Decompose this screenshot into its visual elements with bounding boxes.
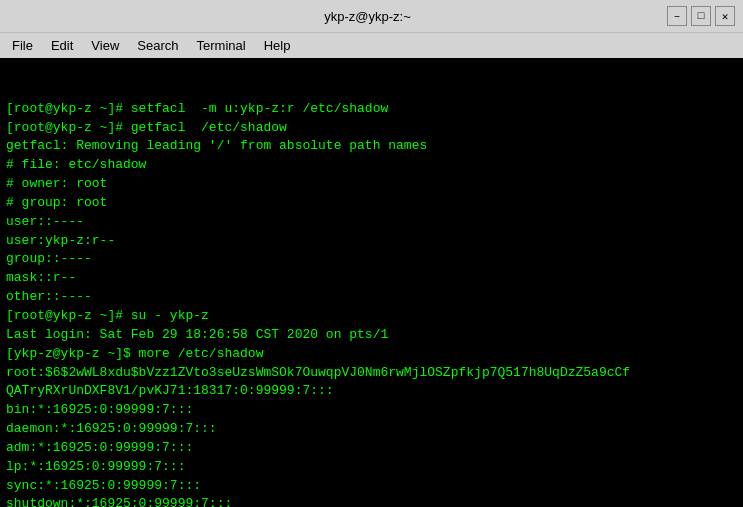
terminal-line: adm:*:16925:0:99999:7::: — [6, 439, 737, 458]
menu-bar: File Edit View Search Terminal Help — [0, 32, 743, 58]
menu-help[interactable]: Help — [256, 36, 299, 55]
menu-edit[interactable]: Edit — [43, 36, 81, 55]
terminal-line: # file: etc/shadow — [6, 156, 737, 175]
terminal-line: [root@ykp-z ~]# getfacl /etc/shadow — [6, 119, 737, 138]
terminal-line: getfacl: Removing leading '/' from absol… — [6, 137, 737, 156]
terminal-line: sync:*:16925:0:99999:7::: — [6, 477, 737, 496]
menu-file[interactable]: File — [4, 36, 41, 55]
menu-terminal[interactable]: Terminal — [189, 36, 254, 55]
menu-view[interactable]: View — [83, 36, 127, 55]
terminal-line: lp:*:16925:0:99999:7::: — [6, 458, 737, 477]
terminal-line: QATryRXrUnDXF8V1/pvKJ71:18317:0:99999:7:… — [6, 382, 737, 401]
terminal-line: shutdown:*:16925:0:99999:7::: — [6, 495, 737, 507]
terminal-line: user:ykp-z:r-- — [6, 232, 737, 251]
terminal-line: [ykp-z@ykp-z ~]$ more /etc/shadow — [6, 345, 737, 364]
terminal-output[interactable]: [root@ykp-z ~]# setfacl -m u:ykp-z:r /et… — [0, 58, 743, 507]
terminal-line: group::---- — [6, 250, 737, 269]
minimize-button[interactable]: – — [667, 6, 687, 26]
terminal-window: ykp-z@ykp-z:~ – □ ✕ File Edit View Searc… — [0, 0, 743, 507]
terminal-line: bin:*:16925:0:99999:7::: — [6, 401, 737, 420]
window-title: ykp-z@ykp-z:~ — [68, 9, 667, 24]
terminal-line: [root@ykp-z ~]# su - ykp-z — [6, 307, 737, 326]
terminal-line: daemon:*:16925:0:99999:7::: — [6, 420, 737, 439]
terminal-line: mask::r-- — [6, 269, 737, 288]
terminal-line: # group: root — [6, 194, 737, 213]
menu-search[interactable]: Search — [129, 36, 186, 55]
terminal-line: # owner: root — [6, 175, 737, 194]
close-button[interactable]: ✕ — [715, 6, 735, 26]
terminal-line: root:$6$2wWL8xdu$bVzz1ZVto3seUzsWmSOk7Ou… — [6, 364, 737, 383]
terminal-line: other::---- — [6, 288, 737, 307]
window-controls: – □ ✕ — [667, 6, 735, 26]
title-bar: ykp-z@ykp-z:~ – □ ✕ — [0, 0, 743, 32]
terminal-line: [root@ykp-z ~]# setfacl -m u:ykp-z:r /et… — [6, 100, 737, 119]
terminal-line: Last login: Sat Feb 29 18:26:58 CST 2020… — [6, 326, 737, 345]
maximize-button[interactable]: □ — [691, 6, 711, 26]
terminal-line: user::---- — [6, 213, 737, 232]
